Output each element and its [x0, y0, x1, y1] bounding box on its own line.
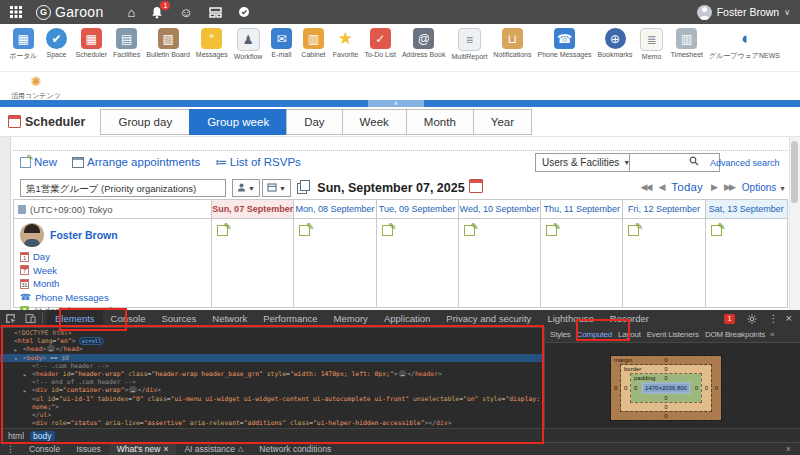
notification-bell-icon[interactable]: 1: [151, 6, 163, 19]
sidebar-more-icon[interactable]: »: [770, 330, 774, 339]
dom-node[interactable]: <!DOCTYPE html>: [0, 329, 544, 337]
dom-node[interactable]: ▾<body> == $0: [0, 354, 544, 362]
dom-node[interactable]: ▸<div id="container-wrap">…</div>: [0, 386, 544, 394]
drawer-tab-network-conditions[interactable]: Network conditions: [251, 443, 339, 455]
app-item-cabinet-icon[interactable]: ▥Cabinet: [297, 28, 329, 58]
settings-gear-icon[interactable]: [742, 314, 762, 324]
next-day-icon[interactable]: ▶: [711, 182, 716, 192]
devtools-tab-performance[interactable]: Performance: [255, 310, 325, 327]
app-item-email-icon[interactable]: ✉E-mail: [265, 28, 297, 58]
app-item-groupware-news-icon[interactable]: ◖グループウェアNEWS: [706, 28, 783, 61]
close-drawer-icon[interactable]: ×: [786, 444, 800, 454]
app-item-bookmarks-globe-icon[interactable]: ⊕Bookmarks: [595, 28, 636, 58]
box-model-padding[interactable]: padding 1470×2036.800 0000: [631, 374, 701, 402]
prev-day-icon[interactable]: ◀: [658, 182, 663, 192]
dom-node[interactable]: <ul id="ui-id-1" tabindex="0" class="ui-…: [0, 395, 544, 411]
day-cell[interactable]: [623, 219, 705, 308]
new-appointment-icon[interactable]: [628, 225, 639, 236]
home-icon[interactable]: ⌂: [128, 6, 136, 19]
new-appointment-icon[interactable]: [382, 225, 393, 236]
box-model-border[interactable]: border padding 1470×2036.800 0000 0000: [621, 365, 711, 411]
collapse-handle[interactable]: ∧: [368, 100, 424, 107]
app-item-facilities-icon[interactable]: ▤Facilities: [110, 28, 143, 58]
drawer-tab-console[interactable]: Console: [21, 443, 68, 455]
prev-week-icon[interactable]: ◀◀: [641, 182, 651, 192]
app-item-portal-icon[interactable]: ▦ポータル: [6, 28, 41, 61]
next-week-icon[interactable]: ▶▶: [724, 182, 734, 192]
devtools-tab-sources[interactable]: Sources: [153, 310, 204, 327]
member-avatar[interactable]: [20, 223, 44, 247]
devtools-tab-elements[interactable]: Elements: [47, 310, 103, 327]
action-ic-new[interactable]: New: [20, 156, 57, 168]
devtools-tab-network[interactable]: Network: [204, 310, 255, 327]
search-input[interactable]: [629, 153, 720, 172]
garoon-logo[interactable]: G Garoon: [36, 4, 104, 20]
app-item-bulletin-board-icon[interactable]: ▧Bulletin Board: [143, 28, 193, 58]
app-item-phone-messages-icon[interactable]: ☎Phone Messages: [534, 28, 594, 58]
app-item-multireport-icon[interactable]: ≡MultiReport: [449, 28, 491, 60]
view-tab-group-week[interactable]: Group week: [189, 109, 287, 135]
date-picker-icon[interactable]: [469, 179, 483, 193]
view-tab-year[interactable]: Year: [473, 109, 532, 135]
dom-node[interactable]: <html lang="en">scroll: [0, 337, 544, 345]
action-ic-rsvp[interactable]: ≔List of RSVPs: [215, 156, 301, 168]
day-cell[interactable]: [212, 219, 294, 308]
sidebar-tab-event-listeners[interactable]: Event Listeners: [644, 327, 702, 342]
member-link-day[interactable]: 1Day: [20, 250, 207, 264]
expand-ellipsis[interactable]: …: [47, 345, 55, 352]
new-appointment-icon[interactable]: [711, 225, 722, 236]
expand-ellipsis[interactable]: …: [129, 386, 137, 393]
app-launcher-grid-icon[interactable]: [10, 6, 22, 18]
devtools-tab-recorder[interactable]: Recorder: [602, 310, 657, 327]
drawer-tab-issues[interactable]: Issues: [68, 443, 109, 455]
app-item-timesheet-icon[interactable]: ▥Timesheet: [668, 28, 706, 58]
new-appointment-icon[interactable]: [217, 225, 228, 236]
drawer-tab-what-s-new[interactable]: What's new×: [109, 443, 177, 455]
drawer-kebab-icon[interactable]: ⋮: [0, 444, 21, 454]
close-devtools-icon[interactable]: ×: [786, 313, 792, 324]
user-menu[interactable]: Foster Brown ∨: [697, 5, 790, 20]
app-item-scheduler-icon[interactable]: ▦Scheduler: [73, 28, 111, 58]
search-icon[interactable]: [689, 156, 699, 166]
expand-ellipsis[interactable]: …: [399, 370, 407, 377]
left-collapse-strip[interactable]: [0, 137, 11, 310]
member-link-phone-messages[interactable]: ☎Phone Messages: [20, 291, 207, 305]
emoji-icon[interactable]: ☺: [179, 6, 192, 19]
kebab-menu-icon[interactable]: ⋮: [769, 314, 779, 324]
organization-select[interactable]: 第1営業グループ (Priority organizations): [20, 179, 226, 197]
dom-node[interactable]: <!-- .com header -->: [0, 362, 544, 370]
app-item-address-book-icon[interactable]: @Address Book: [399, 28, 449, 58]
member-name-link[interactable]: Foster Brown: [50, 229, 118, 241]
close-tab-icon[interactable]: ×: [163, 443, 168, 455]
sidebar-tab-styles[interactable]: Styles: [547, 327, 574, 342]
timecard-clock-icon[interactable]: [238, 6, 250, 18]
view-tab-week[interactable]: Week: [342, 109, 407, 135]
options-menu[interactable]: Options ▼: [742, 182, 786, 193]
new-appointment-icon[interactable]: [299, 225, 310, 236]
dom-node[interactable]: <div role="status" aria-live="assertive"…: [0, 419, 544, 427]
member-link-week[interactable]: 7Week: [20, 264, 207, 278]
scrollbar-thumb[interactable]: [791, 141, 798, 203]
app-item-space-icon[interactable]: ✔Space: [41, 28, 73, 58]
action-ic-arrange[interactable]: Arrange appointments: [72, 156, 200, 168]
devtools-tab-privacy-and-security[interactable]: Privacy and security: [438, 310, 539, 327]
view-tab-month[interactable]: Month: [406, 109, 474, 135]
today-link[interactable]: Today: [671, 181, 703, 193]
inspect-element-icon[interactable]: [0, 313, 20, 324]
dom-node[interactable]: ▸<header id="header-wrap" class="header-…: [0, 370, 544, 378]
search-scope-select[interactable]: Users & Facilities ▼: [535, 153, 637, 172]
member-link-month[interactable]: 31Month: [20, 277, 207, 291]
devtools-tab-application[interactable]: Application: [376, 310, 438, 327]
sidebar-tab-dom-breakpoints[interactable]: DOM Breakpoints: [702, 327, 768, 342]
device-toolbar-icon[interactable]: [20, 313, 40, 324]
new-appointment-icon[interactable]: [464, 225, 475, 236]
app-item-notifications-tray-icon[interactable]: ⊔Notifications: [490, 28, 534, 58]
box-model-margin[interactable]: margin border padding 1470×2036.800 0000…: [611, 356, 721, 420]
sidebar-tab-computed[interactable]: Computed: [574, 327, 615, 342]
day-cell[interactable]: [294, 219, 376, 308]
drawer-tab-ai-assistance[interactable]: AI assistance△: [176, 443, 251, 455]
dom-node[interactable]: </ul>: [0, 411, 544, 419]
dom-node[interactable]: <!-- end of .com header -->: [0, 378, 544, 386]
day-cell[interactable]: [377, 219, 459, 308]
view-tab-group-day[interactable]: Group day: [100, 109, 190, 135]
